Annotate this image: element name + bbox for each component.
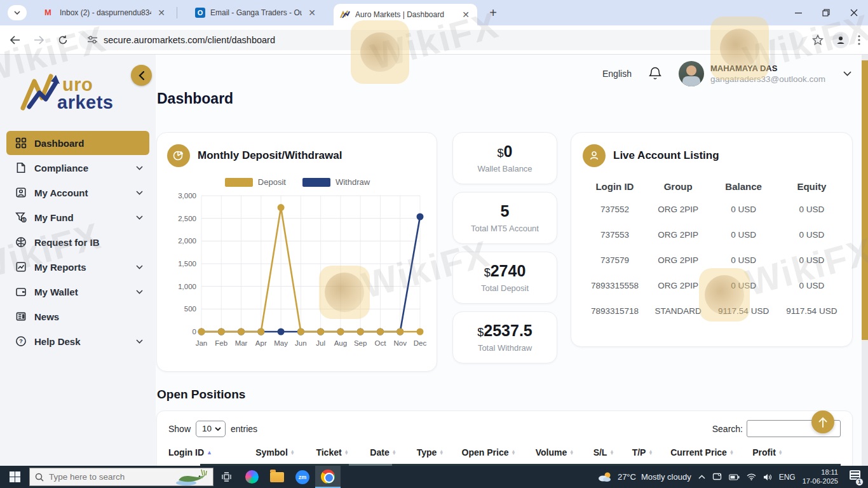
sidebar-item-my-account[interactable]: My Account: [6, 180, 149, 205]
forward-button[interactable]: [29, 30, 48, 50]
sort-icon: ▲: [207, 450, 212, 456]
live-accounts-table: Login ID Group Balance Equity 737552ORG …: [583, 176, 846, 324]
sidebar-item-my-wallet[interactable]: My Wallet: [6, 280, 149, 304]
monthly-deposit-withdrawal-card: Monthly Deposit/Withdrawal Deposit Withd…: [156, 132, 437, 372]
restore-button[interactable]: [812, 0, 840, 25]
reload-button[interactable]: [53, 30, 72, 50]
svg-text:Sep: Sep: [354, 339, 367, 347]
search-label: Search:: [712, 424, 743, 434]
live-account-listing-card: Live Account Listing Login ID Group Bala…: [571, 132, 853, 347]
start-button[interactable]: [0, 466, 29, 488]
column-label: Current Price: [670, 447, 727, 458]
column-label: Symbol: [255, 447, 288, 458]
auro-markets-logo[interactable]: uro arkets: [0, 55, 156, 112]
close-tab-icon[interactable]: ✕: [307, 7, 317, 18]
stat-label: Total Withdraw: [478, 343, 532, 353]
close-tab-icon[interactable]: ✕: [156, 7, 166, 18]
sidebar-item-compliance[interactable]: Compliance: [6, 156, 149, 180]
browser-profile-icon[interactable]: [832, 32, 849, 48]
window-controls: [784, 0, 868, 25]
tab-gmail[interactable]: M Inbox (2) - daspurnendu834@g ✕: [38, 2, 173, 24]
sidebar-item-label: My Fund: [34, 212, 128, 223]
tab-auro-markets-active[interactable]: Auro Markets | Dashboard ✕: [334, 4, 477, 25]
browser-menu-icon[interactable]: [858, 35, 860, 45]
address-bar[interactable]: secure.auromarkets.com/client/dashboard: [79, 30, 803, 50]
page-scrollbar[interactable]: [862, 55, 868, 466]
weather-temp: 27°C: [618, 472, 636, 482]
user-menu[interactable]: MAHAMAYA DAS gangatraders33@outlook.com: [679, 61, 851, 86]
cell-balance: 0 USD: [709, 248, 777, 273]
close-window-button[interactable]: [840, 0, 868, 25]
windows-taskbar: zm 27°C Mostly cloudy ENG 18:11 17-06-20…: [0, 466, 868, 488]
chevron-left-icon: [139, 71, 144, 80]
column-header-login-id: Login ID: [583, 176, 647, 197]
notifications-bell-icon[interactable]: [648, 66, 662, 81]
cell-group: ORG 2PIP: [647, 273, 710, 299]
sidebar-item-request-for-ib[interactable]: Request for IB: [6, 230, 149, 254]
column-header-date[interactable]: Date▲▼: [359, 447, 407, 458]
column-header-s-l[interactable]: S/L▲▼: [585, 447, 622, 458]
main-content: English MAHAMAYA DAS gangatraders33@outl…: [156, 55, 868, 466]
sidebar-item-label: Compliance: [34, 163, 128, 173]
chrome-icon: [321, 470, 335, 484]
copilot-button[interactable]: [239, 466, 264, 488]
chevron-down-icon: [136, 290, 143, 294]
minimize-button[interactable]: [784, 0, 812, 25]
chrome-button-active[interactable]: [315, 466, 341, 488]
column-header-equity: Equity: [778, 176, 846, 197]
battery-icon[interactable]: [729, 474, 740, 480]
column-header-open-price[interactable]: Open Price▲▼: [453, 447, 524, 458]
notification-center-button[interactable]: 1: [845, 470, 862, 485]
cell-balance: 9117.54 USD: [709, 299, 777, 324]
zoom-app-button[interactable]: zm: [290, 466, 315, 488]
outlook-icon: O: [195, 8, 205, 18]
taskbar-search-box[interactable]: [29, 468, 214, 486]
language-selector[interactable]: English: [602, 69, 632, 79]
svg-text:Aug: Aug: [334, 339, 347, 347]
chevron-down-icon: [136, 339, 143, 344]
column-header-current-price[interactable]: Current Price▲▼: [663, 447, 742, 458]
chevron-down-icon: [14, 11, 20, 15]
column-header-login-id[interactable]: Login ID▲: [168, 447, 245, 458]
column-label: Date: [370, 447, 389, 458]
wifi-icon[interactable]: [747, 473, 756, 480]
svg-text:500: 500: [184, 305, 196, 313]
scroll-to-top-button[interactable]: [811, 410, 834, 433]
search-input[interactable]: [49, 472, 144, 482]
keyboard-language[interactable]: ENG: [779, 473, 796, 482]
column-header-ticket[interactable]: Ticket▲▼: [306, 447, 359, 458]
weather-widget[interactable]: 27°C Mostly cloudy: [597, 471, 691, 482]
tray-expand-icon[interactable]: [698, 475, 705, 479]
sidebar-item-my-reports[interactable]: My Reports: [6, 255, 149, 279]
file-explorer-button[interactable]: [264, 466, 290, 488]
cell-equity: 0 USD: [778, 222, 846, 248]
logo-mark-icon: [20, 71, 62, 112]
svg-text:Nov: Nov: [394, 339, 407, 347]
teams-tray-icon[interactable]: [712, 473, 722, 481]
sidebar-item-dashboard[interactable]: Dashboard: [6, 131, 149, 155]
tab-outlook[interactable]: O Email - Ganga Traders - Outloo ✕: [189, 2, 323, 24]
taskbar-clock[interactable]: 18:11 17-06-2025: [803, 468, 838, 486]
site-info-icon[interactable]: [88, 36, 97, 44]
volume-icon[interactable]: [763, 473, 772, 481]
new-tab-button[interactable]: +: [485, 4, 501, 21]
column-header-type[interactable]: Type▲▼: [407, 447, 453, 458]
task-view-button[interactable]: [214, 466, 239, 488]
back-button[interactable]: [5, 30, 24, 50]
column-label: Type: [417, 447, 437, 458]
entries-select[interactable]: 10: [196, 421, 226, 437]
sidebar-item-help-desk[interactable]: ? Help Desk: [6, 329, 149, 353]
sidebar-item-my-fund[interactable]: $ My Fund: [6, 205, 149, 229]
sidebar-item-label: Dashboard: [34, 138, 143, 149]
sidebar-item-news[interactable]: News: [6, 304, 149, 329]
sidebar-collapse-button[interactable]: [131, 65, 152, 86]
close-tab-icon[interactable]: ✕: [461, 9, 471, 20]
column-header-volume[interactable]: Volume▲▼: [524, 447, 585, 458]
bookmark-star-icon[interactable]: [812, 34, 824, 46]
sort-icon: ▲▼: [648, 450, 653, 456]
scrollbar-thumb[interactable]: [862, 60, 868, 340]
column-header-symbol[interactable]: Symbol▲▼: [245, 447, 306, 458]
column-header-t-p[interactable]: T/P▲▼: [622, 447, 663, 458]
tab-search-button[interactable]: [8, 5, 27, 20]
column-header-profit[interactable]: Profit▲▼: [742, 447, 794, 458]
